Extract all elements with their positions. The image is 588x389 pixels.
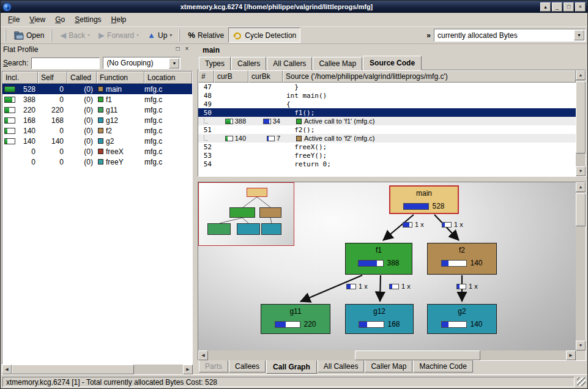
tab-types[interactable]: Types bbox=[199, 57, 231, 70]
flat-profile-hscrollbar[interactable]: ◀ ▶ bbox=[2, 365, 193, 374]
maximize-button[interactable]: □ bbox=[564, 2, 574, 12]
graph-overview-minimap[interactable] bbox=[198, 182, 294, 246]
node-label: g12 bbox=[346, 307, 413, 316]
call-graph-view[interactable]: main 528 f1 388 f2 140 g11 220 g12 168 bbox=[198, 182, 586, 361]
scrollbar-thumb[interactable] bbox=[12, 365, 134, 374]
event-type-value: currently allocated Bytes bbox=[434, 31, 574, 40]
event-type-combobox[interactable]: currently allocated Bytes ▼ bbox=[434, 29, 586, 42]
toolbar-overflow-button[interactable]: » bbox=[423, 31, 434, 40]
resize-grip[interactable] bbox=[577, 377, 586, 386]
scroll-down-icon[interactable]: ▼ bbox=[576, 341, 586, 350]
source-vscrollbar[interactable]: ▲ ▼ bbox=[576, 70, 586, 176]
column-header-incl[interactable]: Incl. bbox=[2, 72, 38, 84]
edge-label-main-f2[interactable]: 1 x bbox=[442, 221, 463, 228]
column-header-self[interactable]: Self bbox=[38, 72, 67, 84]
dock-close-icon[interactable]: × bbox=[182, 45, 192, 54]
source-call-row[interactable]: 388 34 Active call to 'f1' (mfg.c) bbox=[198, 117, 576, 125]
minimize-button[interactable]: _ bbox=[552, 2, 562, 12]
graph-vscrollbar[interactable]: ▲ ▼ bbox=[576, 182, 586, 350]
tab-machine-code[interactable]: Machine Code bbox=[413, 360, 472, 372]
relative-label: Relative bbox=[198, 31, 224, 40]
edge-label-main-f1[interactable]: 1 x bbox=[403, 221, 424, 228]
scrollbar-thumb[interactable] bbox=[576, 81, 586, 154]
column-header-function[interactable]: Function bbox=[97, 72, 144, 84]
dock-float-icon[interactable]: □ bbox=[173, 45, 182, 54]
toolbar-grip[interactable] bbox=[51, 29, 53, 42]
horizontal-splitter[interactable] bbox=[198, 177, 586, 182]
edge-label-f1-g11[interactable]: 1 x bbox=[346, 283, 368, 290]
menu-file[interactable]: File bbox=[3, 13, 24, 26]
tab-all-callees[interactable]: All Callees bbox=[318, 360, 365, 372]
row-freeX[interactable]: 0 0 (0) freeX mfg.c bbox=[2, 146, 192, 157]
search-input[interactable] bbox=[31, 57, 100, 69]
tab-caller-map[interactable]: Caller Map bbox=[365, 360, 412, 372]
tab-callee-map[interactable]: Callee Map bbox=[313, 57, 362, 70]
forward-button[interactable]: ▶ Forward ▾ bbox=[94, 28, 143, 43]
graph-node-g2[interactable]: g2 140 bbox=[427, 304, 497, 334]
graph-node-f2[interactable]: f2 140 bbox=[427, 243, 497, 275]
up-button[interactable]: ▲ Up ▾ bbox=[143, 28, 176, 43]
row-freeY[interactable]: 0 0 (0) freeY mfg.c bbox=[2, 157, 192, 167]
graph-node-g12[interactable]: g12 168 bbox=[345, 304, 414, 334]
menu-view[interactable]: View bbox=[24, 13, 50, 26]
row-g2[interactable]: 140 140 (0) g2 mfg.c bbox=[2, 136, 192, 146]
scroll-left-icon[interactable]: ◀ bbox=[198, 350, 208, 360]
tab-source-code[interactable]: Source Code bbox=[363, 56, 422, 70]
tab-callees[interactable]: Callees bbox=[229, 360, 266, 372]
menu-help[interactable]: Help bbox=[106, 13, 132, 26]
tab-parts[interactable]: Parts bbox=[199, 360, 228, 372]
toolbar: Open ◀ Back ▾ ▶ Forward ▾ ▲ Up ▾ % Relat… bbox=[1, 26, 587, 44]
scroll-up-icon[interactable]: ▲ bbox=[576, 70, 586, 80]
graph-node-f1[interactable]: f1 388 bbox=[345, 243, 412, 275]
column-header-called[interactable]: Called bbox=[67, 72, 97, 84]
source-line-selected[interactable]: 50 f1(); bbox=[198, 108, 576, 117]
row-g11[interactable]: 220 220 (0) g11 mfg.c bbox=[2, 105, 192, 115]
scroll-left-icon[interactable]: ◀ bbox=[2, 365, 12, 374]
source-line[interactable]: 48 int main() bbox=[198, 91, 576, 100]
column-header-source[interactable]: Source ('/home/philippe/valgrind/littlep… bbox=[283, 70, 576, 83]
open-button[interactable]: Open bbox=[10, 28, 48, 43]
source-call-row[interactable]: 140 7 Active call to 'f2' (mfg.c) bbox=[198, 134, 576, 143]
graph-hscrollbar[interactable]: ◀ ▶ bbox=[198, 350, 576, 360]
tab-all-callers[interactable]: All Callers bbox=[267, 57, 312, 70]
column-header-curBk[interactable]: curBk bbox=[248, 70, 283, 83]
tab-callers[interactable]: Callers bbox=[231, 57, 266, 70]
column-header-curB[interactable]: curB bbox=[214, 70, 248, 83]
row-g12[interactable]: 168 168 (0) g12 mfg.c bbox=[2, 115, 192, 125]
column-header-line[interactable]: # bbox=[198, 70, 214, 83]
source-line[interactable]: 52 freeX(); bbox=[198, 143, 576, 151]
function-color-icon bbox=[98, 159, 103, 165]
relative-toggle[interactable]: % Relative bbox=[184, 28, 228, 43]
source-line[interactable]: 53 freeY(); bbox=[198, 151, 576, 160]
grouping-combobox[interactable]: (No Grouping) ▼ bbox=[103, 57, 180, 69]
edge-label-f1-g12[interactable]: 1 x bbox=[389, 283, 411, 290]
tab-call-graph[interactable]: Call Graph bbox=[266, 360, 317, 374]
graph-node-g11[interactable]: g11 220 bbox=[261, 304, 330, 334]
back-button[interactable]: ◀ Back ▾ bbox=[56, 28, 94, 43]
close-button[interactable]: × bbox=[575, 2, 586, 12]
source-line[interactable]: 49 { bbox=[198, 100, 576, 108]
titlebar[interactable]: xtmemory.kcg.6274 [/home/philippe/valgri… bbox=[1, 1, 587, 13]
scrollbar-thumb[interactable] bbox=[576, 193, 586, 226]
cycle-detection-toggle[interactable]: Cycle Detection bbox=[228, 28, 300, 43]
graph-node-main[interactable]: main 528 bbox=[389, 185, 459, 214]
source-line[interactable]: 47 } bbox=[198, 83, 576, 91]
shade-button[interactable]: ▴ bbox=[540, 2, 551, 12]
source-line[interactable]: 54 return 0; bbox=[198, 160, 576, 168]
row-f1[interactable]: 388 0 (0) f1 mfg.c bbox=[2, 94, 192, 105]
scroll-right-icon[interactable]: ▶ bbox=[183, 365, 193, 374]
menu-settings[interactable]: Settings bbox=[70, 13, 106, 26]
scroll-down-icon[interactable]: ▼ bbox=[576, 166, 586, 176]
scroll-up-icon[interactable]: ▲ bbox=[576, 182, 586, 192]
row-f2[interactable]: 140 0 (0) f2 mfg.c bbox=[2, 125, 192, 136]
column-header-location[interactable]: Location bbox=[144, 72, 192, 84]
scrollbar-thumb[interactable] bbox=[355, 350, 480, 360]
combo-arrow-icon[interactable]: ▼ bbox=[574, 30, 584, 40]
row-main[interactable]: 528 0 (0) main mfg.c bbox=[2, 84, 192, 94]
source-line[interactable]: 51 f2(); bbox=[198, 125, 576, 134]
menu-go[interactable]: Go bbox=[50, 13, 70, 26]
edge-label-f2-g2[interactable]: 1 x bbox=[456, 283, 478, 290]
scroll-right-icon[interactable]: ▶ bbox=[566, 350, 576, 360]
combo-arrow-icon[interactable]: ▼ bbox=[169, 58, 179, 69]
toolbar-grip[interactable] bbox=[5, 29, 7, 42]
